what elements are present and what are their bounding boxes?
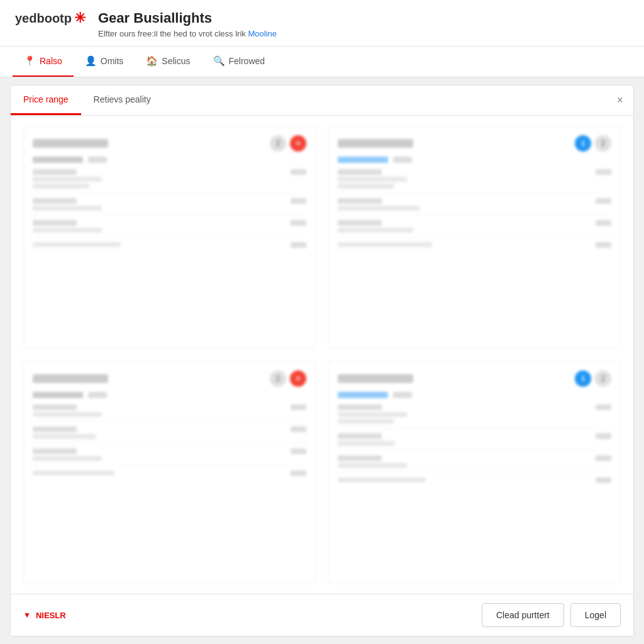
biz-card-4-meta <box>338 392 611 398</box>
person-icon: 👤 <box>85 55 97 67</box>
footer-left: ▼ NIESLR <box>23 611 66 620</box>
biz-card-3-action-close[interactable]: ✕ <box>290 370 306 387</box>
biz-card-3-row-1 <box>33 404 306 421</box>
close-button[interactable]: × <box>606 87 633 113</box>
nav-label-ralso: Ralso <box>40 56 62 66</box>
biz-card-4-row-4 <box>338 477 611 487</box>
footer-label: NIESLR <box>36 611 66 620</box>
nav-item-felrowed[interactable]: 🔍 Felrowed <box>202 47 277 77</box>
nav-item-ralso[interactable]: 📍 Ralso <box>13 47 74 77</box>
nav-item-selicus[interactable]: 🏠 Selicus <box>135 47 201 77</box>
biz-card-4-name <box>338 374 413 383</box>
biz-card-1-name <box>33 139 108 148</box>
header-text: Gear Busiallights Elfter ours free:il th… <box>98 10 629 38</box>
biz-card-3-meta <box>33 392 306 398</box>
tab-price-range[interactable]: Price range <box>11 86 81 115</box>
biz-card-4-rating <box>338 392 388 398</box>
header: yedbootp ✳ Gear Busiallights Elfter ours… <box>0 0 644 47</box>
biz-card-1-row-4 <box>33 242 306 252</box>
biz-card-4-row-2 <box>338 433 611 450</box>
biz-card-2-rating <box>338 157 388 163</box>
biz-card-1-row-1 <box>33 169 306 193</box>
search-icon: 🔍 <box>213 55 225 67</box>
page-title: Gear Busiallights <box>98 10 629 26</box>
nav-bar: 📍 Ralso 👤 Omits 🏠 Selicus 🔍 Felrowed <box>0 47 644 77</box>
biz-card-2-action-num[interactable]: 2 <box>595 135 611 152</box>
biz-card-1-row-2 <box>33 198 306 215</box>
main-panel: Price range Retievs peality × 2 ✕ <box>10 85 634 636</box>
biz-card-3-action-num[interactable]: 2 <box>270 370 286 387</box>
nav-label-selicus: Selicus <box>162 56 190 66</box>
biz-card-3-actions: 2 ✕ <box>270 370 306 387</box>
biz-card-3-rating-label <box>88 392 107 398</box>
tab-reviews-peality[interactable]: Retievs peality <box>81 86 164 115</box>
chevron-down-icon: ▼ <box>23 611 31 619</box>
logo-text: yedbootp <box>15 11 72 26</box>
panel-content: 2 ✕ <box>11 116 633 594</box>
biz-card-3: 2 ✕ <box>23 361 316 584</box>
biz-card-3-row-4 <box>33 470 306 480</box>
biz-card-2-meta <box>338 157 611 163</box>
biz-card-2-header: ℹ 2 <box>338 135 611 152</box>
login-button[interactable]: Logel <box>570 603 621 627</box>
biz-card-1-actions: 2 ✕ <box>270 135 306 152</box>
biz-card-1-action-num[interactable]: 2 <box>270 135 286 152</box>
header-subtitle: Elfter ours free:il the hed to vrot cles… <box>98 29 629 38</box>
biz-card-1-action-close[interactable]: ✕ <box>290 135 306 152</box>
biz-card-3-row-2 <box>33 426 306 443</box>
biz-card-3-row-3 <box>33 448 306 465</box>
biz-card-4-row-3 <box>338 455 611 472</box>
biz-card-4-action-num[interactable]: 2 <box>595 370 611 387</box>
biz-card-2-row-1 <box>338 169 611 193</box>
location-icon: 📍 <box>24 55 36 67</box>
biz-card-1-meta <box>33 157 306 163</box>
biz-card-3-name <box>33 374 108 383</box>
biz-card-1: 2 ✕ <box>23 126 316 348</box>
nav-item-omits[interactable]: 👤 Omits <box>74 47 135 77</box>
biz-card-2-name <box>338 139 413 148</box>
biz-card-4-actions: ℹ 2 <box>575 370 611 387</box>
biz-card-4: ℹ 2 <box>328 361 621 584</box>
biz-card-2-row-4 <box>338 242 611 252</box>
logo: yedbootp ✳ <box>15 10 86 26</box>
biz-card-1-row-3 <box>33 220 306 237</box>
biz-card-3-header: 2 ✕ <box>33 370 306 387</box>
biz-card-4-row-1 <box>338 404 611 428</box>
biz-card-2-rating-label <box>393 157 412 163</box>
home-icon: 🏠 <box>146 55 158 67</box>
biz-card-1-header: 2 ✕ <box>33 135 306 152</box>
nav-label-omits: Omits <box>101 56 124 66</box>
biz-card-2-actions: ℹ 2 <box>575 135 611 152</box>
footer-buttons: Clead purttert Logel <box>482 603 621 627</box>
biz-card-2-row-2 <box>338 198 611 215</box>
subtitle-link[interactable]: Mooline <box>248 29 277 38</box>
panel-tabs: Price range Retievs peality × <box>11 86 633 116</box>
biz-card-3-rating <box>33 392 83 398</box>
biz-card-2-action-info[interactable]: ℹ <box>575 135 591 152</box>
biz-card-4-action-info[interactable]: ℹ <box>575 370 591 387</box>
subtitle-text: Elfter ours free:il the hed to vrot cles… <box>98 29 246 38</box>
biz-card-2-row-3 <box>338 220 611 237</box>
biz-card-4-rating-label <box>393 392 412 398</box>
panel-footer: ▼ NIESLR Clead purttert Logel <box>11 594 633 636</box>
nav-label-felrowed: Felrowed <box>229 56 265 66</box>
biz-card-1-rating-label <box>88 157 107 163</box>
biz-card-1-rating <box>33 157 83 163</box>
biz-card-2: ℹ 2 <box>328 126 621 348</box>
biz-card-4-header: ℹ 2 <box>338 370 611 387</box>
logo-icon: ✳ <box>74 10 86 26</box>
clear-button[interactable]: Clead purttert <box>482 603 564 627</box>
